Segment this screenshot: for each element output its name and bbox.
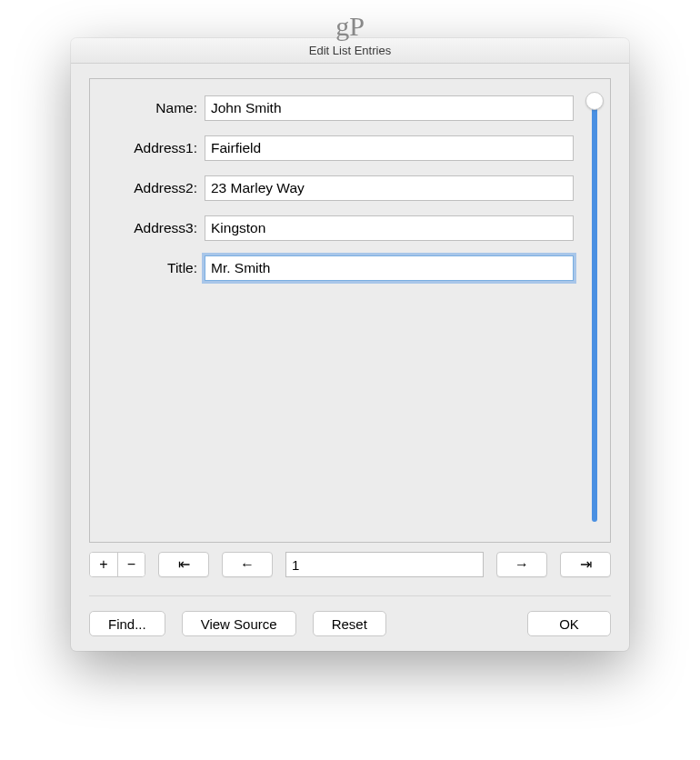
form-row-address1: Address1: — [99, 135, 574, 161]
dialog-title: Edit List Entries — [309, 44, 391, 57]
label-name: Name: — [99, 100, 205, 116]
input-title[interactable] — [205, 255, 574, 281]
navigation-row: + − ⇤ ← → ⇥ — [89, 552, 611, 577]
form-row-name: Name: — [99, 95, 574, 121]
divider — [89, 595, 611, 596]
form-row-address2: Address2: — [99, 175, 574, 201]
last-icon: ⇥ — [580, 557, 592, 572]
input-name[interactable] — [205, 95, 574, 121]
add-button[interactable]: + — [90, 553, 117, 576]
prev-record-button[interactable]: ← — [222, 552, 273, 577]
find-button[interactable]: Find... — [89, 611, 165, 636]
next-icon: → — [515, 557, 529, 572]
edit-list-entries-dialog: Edit List Entries Name: Address1: Addres… — [71, 38, 629, 651]
prev-icon: ← — [240, 557, 255, 572]
first-icon: ⇤ — [178, 557, 190, 572]
action-button-row: Find... View Source Reset OK — [89, 611, 611, 636]
view-source-button[interactable]: View Source — [182, 611, 296, 636]
input-address2[interactable] — [205, 175, 574, 201]
minus-icon: − — [127, 557, 135, 572]
dialog-titlebar: Edit List Entries — [71, 38, 629, 64]
label-title: Title: — [99, 260, 205, 276]
label-address1: Address1: — [99, 140, 205, 156]
vertical-scrollbar[interactable] — [592, 99, 597, 522]
spacer — [403, 611, 511, 636]
scrollbar-thumb[interactable] — [585, 92, 604, 110]
reset-button[interactable]: Reset — [313, 611, 386, 636]
form-row-address3: Address3: — [99, 215, 574, 241]
last-record-button[interactable]: ⇥ — [560, 552, 611, 577]
add-remove-group: + − — [89, 552, 145, 577]
ok-button[interactable]: OK — [527, 611, 611, 636]
watermark-text: gP — [335, 11, 365, 42]
next-record-button[interactable]: → — [496, 552, 547, 577]
remove-button[interactable]: − — [117, 553, 145, 576]
form-panel: Name: Address1: Address2: Address3: Titl… — [89, 78, 611, 543]
first-record-button[interactable]: ⇤ — [158, 552, 209, 577]
input-address1[interactable] — [205, 135, 574, 161]
label-address2: Address2: — [99, 180, 205, 196]
input-address3[interactable] — [205, 215, 574, 241]
form-row-title: Title: — [99, 255, 574, 281]
plus-icon: + — [99, 557, 107, 572]
dialog-content: Name: Address1: Address2: Address3: Titl… — [71, 64, 629, 651]
label-address3: Address3: — [99, 220, 205, 236]
record-number-input[interactable] — [285, 552, 484, 577]
